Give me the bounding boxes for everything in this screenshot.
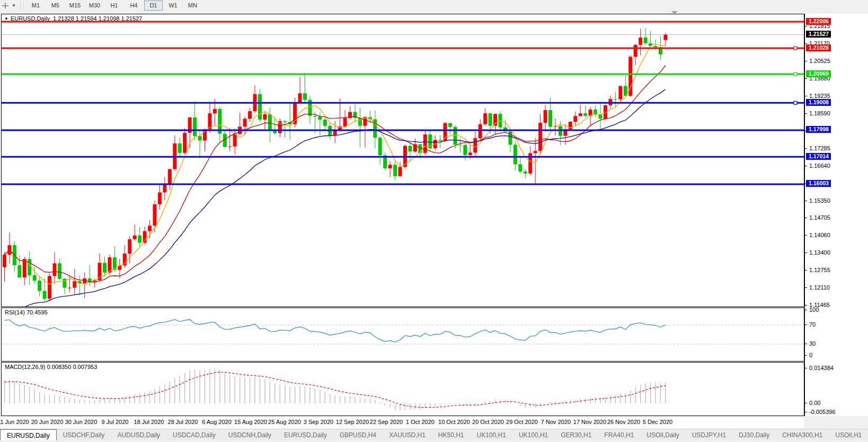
date-label: 18 Jul 2020	[134, 419, 164, 425]
rsi-panel[interactable]: RSI(14) 70.4595	[1, 308, 804, 362]
date-label: 7 Nov 2020	[541, 419, 571, 425]
date-label: 29 Oct 2020	[506, 419, 538, 425]
date-label: 22 Sep 2020	[370, 419, 403, 425]
timeframe-button-m15[interactable]: M15	[66, 1, 84, 11]
price-label-1.17014: 1.17014	[806, 153, 831, 160]
date-label: 17 Nov 2020	[573, 419, 606, 425]
macd-label: MACD(12,26,9) 0.008350 0.007953	[5, 364, 97, 370]
chart-tab-xauusd-h1[interactable]: XAUUSD,H1	[383, 429, 432, 441]
timeframe-button-mn[interactable]: MN	[183, 1, 202, 11]
chart-tab-uk100-h1[interactable]: UK100,H1	[471, 429, 512, 441]
timeframe-button-m5[interactable]: M5	[46, 1, 65, 11]
chart-tab-eurusd-daily[interactable]: EURUSD,Daily	[0, 429, 57, 441]
price-label-1.16003: 1.16003	[806, 180, 831, 187]
chart-tab-usdcad-daily[interactable]: USDCAD,Daily	[166, 429, 222, 441]
timeframe-button-h1[interactable]: H1	[105, 1, 123, 11]
timeframe-button-d1[interactable]: D1	[144, 1, 163, 11]
price-label-1.20069: 1.20069	[806, 70, 831, 77]
axis-tick-mark	[805, 166, 807, 166]
price-axis[interactable]: 1.218151.211701.205251.198801.192351.185…	[804, 14, 868, 416]
rsi-axis-label: 0	[809, 352, 812, 358]
axis-tick-mark	[805, 218, 807, 218]
candles	[3, 28, 667, 301]
price-chart-panel[interactable]: ▼EURUSD,Daily 1.21328 1.21594 1.21098 1.…	[1, 14, 804, 307]
chart-tab-fra40-h1[interactable]: FRA40,H1	[598, 429, 640, 441]
date-label: 9 Jul 2020	[102, 419, 129, 425]
date-label: 1 Oct 2020	[406, 419, 435, 425]
toolbar-separator	[20, 1, 24, 10]
axis-tick-mark	[805, 287, 807, 288]
rsi-plot	[2, 308, 804, 361]
price-label-1.17998: 1.17998	[806, 126, 831, 133]
timeframe-button-w1[interactable]: W1	[164, 1, 182, 11]
axis-tick-mark	[805, 252, 807, 253]
axis-tick-mark	[805, 305, 807, 305]
line-handle-icon[interactable]	[794, 47, 797, 50]
date-label: 15 Aug 2020	[234, 419, 267, 425]
axis-tick-mark	[805, 355, 807, 356]
axis-tick-mark	[805, 113, 807, 114]
rsi-axis-label: 30	[809, 340, 816, 347]
ma-mid-line	[5, 66, 666, 283]
timeframe-button-h4[interactable]: H4	[125, 1, 143, 11]
date-label: 11 Jun 2020	[0, 419, 29, 425]
price-tick-label: 1.14705	[809, 214, 830, 221]
macd-axis-label: 0.00	[809, 400, 820, 406]
timeframe-button-group: M1M5M15M30H1H4D1W1MN	[26, 1, 202, 11]
axis-tick-mark	[805, 403, 807, 403]
axis-tick-mark	[805, 310, 807, 310]
rsi-line	[5, 319, 666, 342]
chart-tab-usoil-daily[interactable]: USOil,Daily	[640, 429, 685, 441]
chart-symbol: EURUSD,Daily	[11, 15, 50, 22]
axis-tick-mark	[805, 344, 807, 344]
date-label: 28 Jul 2020	[168, 419, 198, 425]
ma-fast-line	[5, 44, 666, 285]
price-tick-label: 1.12755	[809, 267, 830, 273]
chart-tab-usdjpy-h1[interactable]: USDJPY,H1	[686, 429, 732, 441]
chart-tab-uk100-h1[interactable]: UK100,H1	[512, 429, 554, 441]
chart-tab-usdchf-daily[interactable]: USDCHF,Daily	[57, 429, 111, 441]
date-label: 25 Aug 2020	[268, 419, 301, 425]
price-tick-label: 1.12110	[809, 284, 830, 291]
chart-tab-dj30-daily[interactable]: DJ30,Daily	[732, 429, 776, 441]
price-label-1.22006: 1.22006	[806, 18, 831, 25]
price-tick-label: 1.13400	[809, 249, 830, 256]
axis-tick-mark	[805, 26, 807, 26]
axis-tick-mark	[805, 235, 807, 236]
date-label: 6 Aug 2020	[202, 419, 232, 425]
axis-tick-mark	[805, 148, 807, 149]
timeframe-button-m30[interactable]: M30	[85, 1, 104, 11]
axis-tick-mark	[805, 96, 807, 96]
date-label: 20 Oct 2020	[472, 419, 504, 425]
top-toolbar: ▼ M1M5M15M30H1H4D1W1MN	[0, 0, 868, 12]
mt4-terminal: { "toolbar": { "timeframes": [ {"label":…	[0, 0, 868, 442]
chart-tab-gbpusd-h4[interactable]: GBPUSD,H4	[333, 429, 383, 441]
line-handle-icon[interactable]	[794, 101, 797, 104]
line-handle-icon[interactable]	[794, 73, 797, 76]
price-tick-label: 1.16640	[809, 163, 830, 169]
macd-axis-label: 0.014384	[809, 365, 834, 371]
candlestick-chart	[2, 14, 804, 306]
date-label: 5 Dec 2020	[643, 419, 672, 425]
chart-tab-audusd-daily[interactable]: AUDUSD,Daily	[111, 429, 166, 441]
axis-tick-mark	[805, 78, 807, 79]
chart-tab-eurusd-daily[interactable]: EURUSD,Daily	[278, 429, 333, 441]
chevron-down-icon[interactable]: ▼	[12, 3, 16, 8]
axis-tick-mark	[805, 324, 807, 325]
crosshair-tool-icon[interactable]	[1, 2, 11, 10]
chart-tab-hk50-h1[interactable]: HK50,H1	[432, 429, 471, 441]
macd-panel[interactable]: MACD(12,26,9) 0.008350 0.007953	[1, 362, 804, 416]
price-tick-label: 1.14060	[809, 232, 830, 238]
chart-tab-ger30-h1[interactable]: GER30,H1	[554, 429, 598, 441]
chart-tab-usdcnh-daily[interactable]: USDCNH,Daily	[222, 429, 278, 441]
axis-tick-mark	[805, 270, 807, 270]
price-tick-label: 1.20525	[809, 58, 830, 64]
chart-tab-usoil-h1[interactable]: USOil,H1	[829, 429, 868, 441]
rsi-label: RSI(14) 70.4595	[5, 309, 48, 315]
collapse-triangle-icon[interactable]: ▼	[4, 16, 8, 21]
time-axis[interactable]: 11 Jun 202020 Jun 202030 Jun 20209 Jul 2…	[1, 417, 804, 428]
chart-tab-china300-h1[interactable]: CHINA300,H1	[776, 429, 829, 441]
timeframe-button-m1[interactable]: M1	[26, 1, 45, 11]
axis-tick-mark	[805, 412, 807, 412]
axis-tick-mark	[805, 368, 807, 368]
